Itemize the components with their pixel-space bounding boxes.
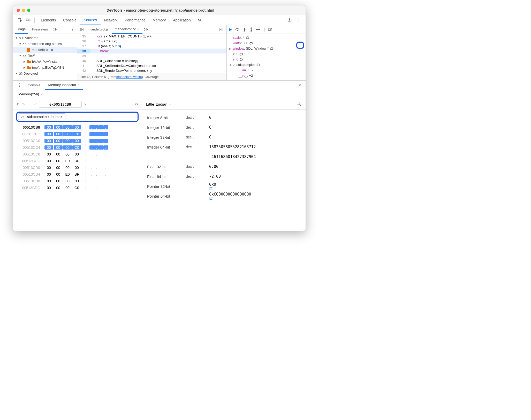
svg-point-3 <box>289 19 290 21</box>
close-drawer-icon[interactable]: × <box>297 83 303 88</box>
deactivate-bp-icon[interactable] <box>268 28 273 31</box>
file-tree[interactable]: ▼< >Authored ▼emscripten-dbg-stories man… <box>13 34 77 77</box>
drawer-tab-bar: ⋮ Console Memory Inspector× × <box>13 81 306 90</box>
tab-application[interactable]: Application <box>169 15 194 25</box>
memory-icon[interactable] <box>239 52 243 56</box>
svg-point-16 <box>299 104 300 105</box>
filesystem-tab[interactable]: Filesystem <box>29 25 50 34</box>
prev-page-icon[interactable]: < <box>34 102 37 106</box>
external-link-icon[interactable] <box>209 197 253 200</box>
hex-viewer: ↶ ↷ < 0x00513CB8 > ⟳ z: std::complex<dou… <box>13 99 142 231</box>
hex-grid[interactable]: 00513CB800000000....00513CBC000000C0....… <box>13 124 142 194</box>
svg-rect-4 <box>81 28 84 31</box>
memory-icon[interactable] <box>270 47 274 50</box>
svg-rect-12 <box>270 48 273 50</box>
titlebar: DevTools - emscripten-dbg-stories.netlif… <box>13 5 306 15</box>
memory-256-tab[interactable]: Memory(256)× <box>16 90 45 99</box>
tab-sources[interactable]: Sources <box>80 15 101 25</box>
window-controls <box>17 9 30 12</box>
more-code-tabs[interactable]: ≫ <box>142 27 150 32</box>
close-icon[interactable]: × <box>78 83 80 87</box>
svg-point-8 <box>251 30 252 32</box>
minimize-window[interactable] <box>22 9 25 12</box>
format-select[interactable]: dec ⌄ <box>186 115 209 120</box>
resume-icon[interactable]: ▶ <box>229 27 232 32</box>
inspect-icon[interactable] <box>16 17 24 24</box>
svg-point-9 <box>256 29 257 30</box>
svg-rect-11 <box>250 43 252 44</box>
tab-performance[interactable]: Performance <box>121 15 149 25</box>
memory-subtabs: Memory(256)× <box>13 90 306 99</box>
code-content[interactable]: for (; i < MAX_ITER_COUNT − 1; i++ z = z… <box>89 34 226 73</box>
more-nav-tabs[interactable]: ≫ <box>52 27 59 32</box>
line-gutter: 3536373839404142 <box>77 34 89 73</box>
page-tab[interactable]: Page <box>15 25 28 34</box>
more-tabs[interactable]: ≫ <box>195 18 204 22</box>
wasm-link[interactable]: mandelbrot.wasm <box>116 75 142 79</box>
tab-mandelbrot-cc[interactable]: mandelbrot.cc× <box>112 25 142 34</box>
value-interpreter: Little Endian⌄ Integer 8-bitdec ⌄0Intege… <box>142 99 306 231</box>
folder-icon <box>27 66 31 69</box>
brackets-icon: < > <box>19 36 24 40</box>
console-tab[interactable]: Console <box>25 81 44 90</box>
tab-memory[interactable]: Memory <box>149 15 170 25</box>
file-icon <box>27 48 31 52</box>
deploy-icon <box>19 72 22 75</box>
svg-point-6 <box>237 30 238 31</box>
format-select[interactable]: dec ⌄ <box>186 145 209 149</box>
format-select[interactable]: dec ⌄ <box>186 165 209 169</box>
scope-variables[interactable]: scale: 4width: 600▶window: SDL_Window *x… <box>227 34 306 79</box>
kebab-icon[interactable]: ⋮ <box>71 27 75 32</box>
window-title: DevTools - emscripten-dbg-stories.netlif… <box>34 8 286 12</box>
devtools-window: DevTools - emscripten-dbg-stories.netlif… <box>13 5 306 231</box>
editor-status: Line 43, Column 6 (From mandelbrot.wasm)… <box>77 73 226 80</box>
memory-icon[interactable] <box>239 58 243 61</box>
device-icon[interactable] <box>25 17 32 24</box>
svg-rect-15 <box>257 64 260 66</box>
kebab-icon[interactable]: ⋮ <box>16 83 23 88</box>
object-chip[interactable]: z: std::complex<double> <box>18 113 65 120</box>
cloud-icon <box>22 42 27 45</box>
memory-icon[interactable] <box>256 63 260 67</box>
memory-inspector-tab[interactable]: Memory Inspector× <box>45 81 83 90</box>
svg-rect-5 <box>220 28 223 31</box>
tab-mandelbrot-js[interactable]: mandelbrot.js <box>85 25 112 34</box>
main-tab-bar: ElementsConsoleSourcesNetworkPerformance… <box>13 15 306 25</box>
step-out-icon[interactable] <box>249 27 253 32</box>
memory-icon[interactable] <box>246 36 249 40</box>
settings-icon[interactable] <box>297 102 301 106</box>
format-select[interactable]: dec ⌄ <box>186 174 209 178</box>
show-debug-icon[interactable] <box>218 26 224 33</box>
step-into-icon[interactable] <box>243 27 246 32</box>
debug-controls: ▶ | <box>227 25 306 34</box>
format-select[interactable]: dec ⌄ <box>186 135 209 139</box>
interpreted-values: Integer 8-bitdec ⌄0Integer 16-bitdec ⌄0I… <box>142 110 306 204</box>
tab-network[interactable]: Network <box>101 15 121 25</box>
external-link-icon[interactable] <box>209 187 218 190</box>
undo-icon[interactable]: ↶ <box>16 102 20 107</box>
memory-icon[interactable] <box>249 42 253 45</box>
navigator-pane: Page Filesystem ≫ ⋮ ▼< >Authored ▼emscri… <box>13 25 77 80</box>
format-select[interactable]: dec ⌄ <box>186 125 209 129</box>
folder-icon <box>27 60 31 63</box>
svg-rect-14 <box>240 59 242 60</box>
kebab-icon[interactable]: ⋮ <box>295 17 302 24</box>
show-nav-icon[interactable] <box>79 26 85 33</box>
maximize-window[interactable] <box>27 9 30 12</box>
settings-icon[interactable] <box>286 17 293 24</box>
close-window[interactable] <box>17 9 20 12</box>
close-tab-icon[interactable]: × <box>138 27 139 31</box>
step-over-icon[interactable] <box>235 28 240 31</box>
tab-elements[interactable]: Elements <box>37 15 59 25</box>
svg-rect-10 <box>246 37 249 39</box>
memory-toolbar: ↶ ↷ < 0x00513CB8 > ⟳ <box>13 99 142 110</box>
memory-inspector: ↶ ↷ < 0x00513CB8 > ⟳ z: std::complex<dou… <box>13 99 306 231</box>
endianness-selector[interactable]: Little Endian⌄ <box>142 99 306 110</box>
next-page-icon[interactable]: > <box>84 102 86 106</box>
close-icon[interactable]: × <box>41 92 43 96</box>
tab-console[interactable]: Console <box>59 15 80 25</box>
address-input[interactable]: 0x00513CB8 <box>39 101 82 108</box>
refresh-icon[interactable]: ⟳ <box>135 102 139 107</box>
redo-icon[interactable]: ↷ <box>22 102 25 107</box>
step-icon[interactable] <box>256 28 261 31</box>
